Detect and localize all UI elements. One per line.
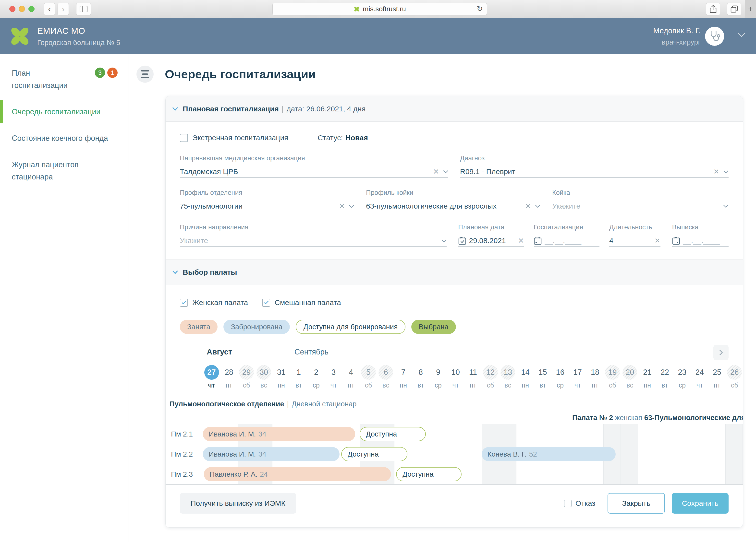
- calendar-day[interactable]: 1вт: [290, 365, 307, 389]
- calendar-day[interactable]: 9ср: [429, 365, 447, 389]
- chevron-down-icon[interactable]: [349, 205, 354, 208]
- calendar-day[interactable]: 21пн: [639, 365, 656, 389]
- calendar-day[interactable]: 27чт: [203, 365, 220, 389]
- calendar-day[interactable]: 31пн: [273, 365, 290, 389]
- calendar-day[interactable]: 14пн: [517, 365, 534, 389]
- ward-selection-section-header[interactable]: Выбор палаты: [166, 260, 743, 285]
- calendar-day[interactable]: 6вс: [377, 365, 395, 389]
- refusal-checkbox[interactable]: [564, 500, 572, 507]
- sidebar-toggle-button[interactable]: [76, 3, 91, 15]
- calendar-day[interactable]: 25пт: [708, 365, 726, 389]
- calendar-icon[interactable]: [672, 236, 680, 245]
- bed-occupancy-bar[interactable]: Павленко Р. А.24: [204, 467, 391, 481]
- referring-org-field[interactable]: Направившая медицинская организация Талд…: [180, 155, 448, 178]
- weekend-column: [725, 444, 743, 464]
- calendar-day[interactable]: 15вт: [534, 365, 551, 389]
- day-weekday: пн: [517, 382, 534, 389]
- new-tab-button[interactable]: +: [745, 0, 756, 18]
- calendar-day[interactable]: 13вс: [499, 365, 517, 389]
- bed-number-label: Пм 2.1: [166, 424, 203, 444]
- diagnosis-field[interactable]: Диагноз R09.1 - Плеврит ✕: [460, 155, 729, 178]
- chevron-down-icon[interactable]: [535, 205, 540, 208]
- chevron-down-icon[interactable]: [441, 239, 447, 243]
- page-menu-button[interactable]: [136, 66, 154, 83]
- calendar-day[interactable]: 4пт: [342, 365, 360, 389]
- chevron-down-icon[interactable]: [443, 170, 448, 174]
- address-bar[interactable]: mis.softrust.ru ↻: [272, 3, 487, 15]
- tab-overview-button[interactable]: [727, 3, 741, 15]
- calendar-check-icon[interactable]: [458, 236, 466, 245]
- calendar-day[interactable]: 24чт: [691, 365, 708, 389]
- department-profile-field[interactable]: Профиль отделения 75-пульмонологии ✕: [180, 189, 354, 212]
- minimize-window-button[interactable]: [19, 6, 25, 12]
- close-window-button[interactable]: [9, 6, 15, 12]
- user-avatar[interactable]: [705, 27, 724, 46]
- collapse-chevron-down-icon[interactable]: [172, 107, 178, 111]
- bed-occupancy-bar[interactable]: Иванова И. М.34: [203, 427, 355, 441]
- hospitalization-date-field[interactable]: Госпитализация __.__.____: [534, 224, 599, 247]
- calendar-day[interactable]: 8вт: [412, 365, 429, 389]
- calendar-day[interactable]: 7пн: [395, 365, 412, 389]
- planned-hospitalization-section-header[interactable]: Плановая госпитализация | дата: 26.06.20…: [166, 96, 743, 122]
- referral-reason-field[interactable]: Причина направления Укажите: [180, 224, 447, 247]
- chevron-down-icon[interactable]: [723, 205, 729, 208]
- available-slot[interactable]: Доступна: [360, 427, 426, 441]
- calendar-day[interactable]: 3чт: [325, 365, 342, 389]
- save-button[interactable]: Сохранить: [672, 493, 729, 514]
- bed-occupancy-bar[interactable]: Иванова И. М.34: [203, 447, 340, 461]
- planned-date-field[interactable]: Плановая дата 29.08.2021 ✕: [458, 224, 524, 247]
- zoom-window-button[interactable]: [28, 6, 35, 12]
- clear-icon[interactable]: ✕: [433, 168, 439, 176]
- browser-forward-button[interactable]: ›: [58, 3, 69, 15]
- sidebar-item-bed-fund-status[interactable]: Состояние коечного фонда: [0, 132, 129, 145]
- calendar-day[interactable]: 5сб: [360, 365, 377, 389]
- bed-profile-field[interactable]: Профиль койки 63-пульмонологические для …: [366, 189, 540, 212]
- clear-icon[interactable]: ✕: [654, 237, 660, 245]
- calendar-day[interactable]: 28пт: [220, 365, 238, 389]
- clear-icon[interactable]: ✕: [525, 202, 531, 210]
- calendar-day[interactable]: 11пт: [464, 365, 482, 389]
- sidebar-item-hospitalization-plan[interactable]: План госпитализации 3 1: [0, 67, 129, 92]
- calendar-icon[interactable]: [534, 236, 542, 245]
- collapse-chevron-down-icon[interactable]: [172, 270, 178, 275]
- mixed-ward-checkbox[interactable]: [262, 299, 270, 307]
- calendar-day[interactable]: 10чт: [447, 365, 464, 389]
- available-slot[interactable]: Доступна: [396, 467, 462, 481]
- weekend-column: [482, 424, 499, 444]
- calendar-day[interactable]: 16ср: [551, 365, 569, 389]
- clear-icon[interactable]: ✕: [339, 202, 345, 210]
- calendar-day[interactable]: 18пт: [586, 365, 604, 389]
- sidebar-item-inpatient-journal[interactable]: Журнал пациентов стационара: [0, 159, 129, 183]
- bed-field[interactable]: Койка Укажите: [552, 189, 729, 212]
- share-button[interactable]: [706, 3, 720, 15]
- sidebar-item-hospitalization-queue[interactable]: Очередь госпитализации: [0, 106, 129, 118]
- female-ward-checkbox[interactable]: [180, 299, 188, 307]
- calendar-next-button[interactable]: [713, 345, 729, 360]
- user-menu-chevron-down-icon[interactable]: [737, 32, 746, 38]
- calendar-day[interactable]: 26сб: [726, 365, 743, 389]
- discharge-date-field[interactable]: Выписка __.__.____: [672, 224, 729, 247]
- calendar-day[interactable]: 19сб: [604, 365, 621, 389]
- calendar-day[interactable]: 23ср: [673, 365, 691, 389]
- duration-field[interactable]: Длительность 4 ✕: [609, 224, 660, 247]
- calendar-day[interactable]: 20вс: [621, 365, 639, 389]
- reload-icon[interactable]: ↻: [477, 4, 483, 13]
- chevron-down-icon[interactable]: [723, 170, 729, 174]
- emergency-checkbox[interactable]: [180, 134, 188, 142]
- calendar-day[interactable]: 30вс: [255, 365, 272, 389]
- field-label: Диагноз: [460, 155, 729, 162]
- calendar-day[interactable]: 12сб: [482, 365, 499, 389]
- available-slot[interactable]: Доступна: [341, 447, 407, 461]
- calendar-day[interactable]: 2ср: [307, 365, 325, 389]
- clear-icon[interactable]: ✕: [518, 237, 524, 245]
- day-number: 5: [361, 365, 376, 380]
- department-name: Пульмонологическое отделение: [170, 400, 284, 408]
- bed-occupancy-bar[interactable]: Конева В. Г.52: [482, 447, 616, 461]
- close-button[interactable]: Закрыть: [608, 493, 665, 514]
- calendar-day[interactable]: 17чт: [569, 365, 586, 389]
- calendar-day[interactable]: 29сб: [238, 365, 255, 389]
- calendar-day[interactable]: 22вт: [656, 365, 673, 389]
- browser-back-button[interactable]: ‹: [44, 3, 55, 15]
- clear-icon[interactable]: ✕: [713, 168, 719, 176]
- get-iemk-extract-button[interactable]: Получить выписку из ИЭМК: [180, 493, 296, 514]
